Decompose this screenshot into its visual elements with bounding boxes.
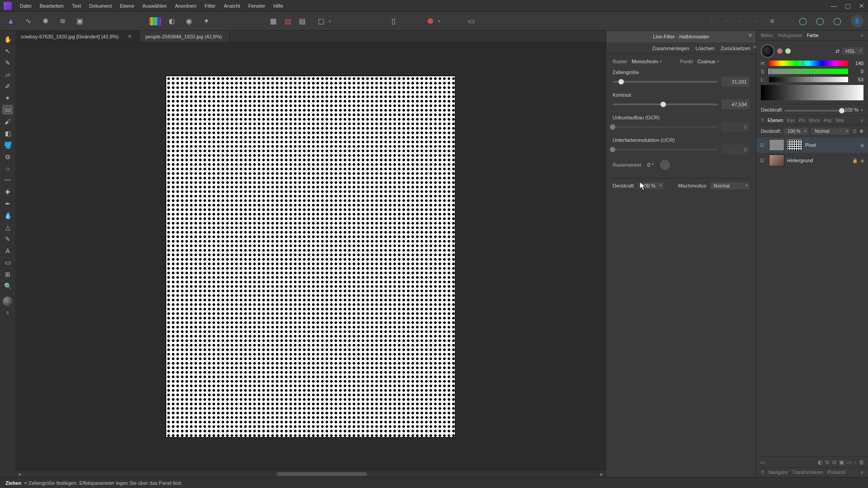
lig-value[interactable]: 53 xyxy=(851,77,863,82)
visibility-toggle-icon[interactable]: ☑ xyxy=(760,158,766,164)
window-minimize-icon[interactable]: — xyxy=(830,2,837,9)
align-icon[interactable]: ≡ xyxy=(766,15,778,28)
window-maximize-icon[interactable]: ▢ xyxy=(845,2,851,9)
recent-color-2-icon[interactable] xyxy=(785,48,791,54)
flood-select-tool-icon[interactable]: ✴ xyxy=(2,93,13,103)
tab-close-icon[interactable]: ✕ xyxy=(127,33,132,40)
smudge-tool-icon[interactable]: 〰 xyxy=(2,175,13,185)
blur-tool-icon[interactable]: 💧 xyxy=(2,211,13,221)
panel-close-icon[interactable]: ✕ xyxy=(753,44,757,50)
dropdown-caret-icon[interactable]: ▾ xyxy=(329,19,331,23)
tab-stile[interactable]: Stile xyxy=(835,118,844,123)
horizontal-scrollbar[interactable]: ◂ ▸ xyxy=(15,471,606,477)
angle-value[interactable]: 0 ° xyxy=(647,162,654,168)
fill-tool-icon[interactable]: 🪣 xyxy=(2,140,13,150)
delete-layer-icon[interactable]: 🗑 xyxy=(859,459,864,465)
tab-navigator[interactable]: Navigator xyxy=(769,470,788,475)
tab-histogramm[interactable]: Histogramm xyxy=(778,33,802,38)
kontrast-value[interactable]: 47,534 xyxy=(722,99,750,109)
panel-menu-icon[interactable]: ≡ xyxy=(861,118,863,123)
lig-slider[interactable] xyxy=(769,77,848,82)
live-filter-icon[interactable]: ⧉ xyxy=(832,459,836,465)
opacity-input[interactable]: 100 % xyxy=(638,182,664,189)
menu-dokument[interactable]: Dokument xyxy=(89,3,112,9)
color-picker-tool-icon[interactable]: ✎ xyxy=(2,58,13,68)
persona-photo-icon[interactable]: ▲ xyxy=(5,15,17,28)
preview-icon[interactable]: ▭ xyxy=(465,15,477,28)
color-swatch-icon[interactable] xyxy=(149,17,161,25)
visibility-toggle-icon[interactable]: ☑ xyxy=(760,142,766,148)
drag-handle-icon[interactable]: ⠿ xyxy=(761,118,764,123)
delete-button[interactable]: Löschen xyxy=(695,46,714,51)
tab-farbe[interactable]: Farbe xyxy=(807,33,819,38)
move-tool-icon[interactable]: ↖ xyxy=(2,46,13,56)
mask-icon[interactable]: ▣ xyxy=(839,459,844,465)
persona-develop-icon[interactable]: ✺ xyxy=(39,15,52,28)
sat-value[interactable]: 0 xyxy=(851,69,863,74)
layer-visibility-icon[interactable]: ◉ xyxy=(860,143,864,148)
punkt-dropdown[interactable]: Cosinus▾ xyxy=(698,59,720,64)
stock-2-icon[interactable]: ◯ xyxy=(814,15,826,28)
crop-icon[interactable]: ▯ xyxy=(387,15,400,28)
autowhite-icon[interactable]: ✦ xyxy=(200,15,212,28)
window-close-icon[interactable]: ✕ xyxy=(859,2,864,9)
menu-hilfe[interactable]: Hilfe xyxy=(273,3,283,9)
layer-visibility-icon[interactable]: ◉ xyxy=(860,158,864,163)
healing-tool-icon[interactable]: ✚ xyxy=(2,187,13,197)
layer-lock-icon[interactable]: ⬡ xyxy=(853,129,857,134)
layer-row-hintergrund[interactable]: ☑ Hintergrund 🔒 ◉ xyxy=(756,153,868,168)
scrollbar-thumb[interactable] xyxy=(277,472,367,476)
foreground-color-icon[interactable] xyxy=(761,44,774,58)
erase-tool-icon[interactable]: ◧ xyxy=(2,128,13,138)
deselect-icon[interactable]: ▨ xyxy=(281,15,294,28)
layer-row-pixel[interactable]: ☑ Pixel ◉ xyxy=(756,137,868,153)
drag-handle-icon[interactable]: ⠿ xyxy=(761,470,764,475)
paint-brush-tool-icon[interactable]: 🖌 xyxy=(2,117,13,127)
dialog-titlebar[interactable]: Live-Filter - Halbtonraster ✕ xyxy=(606,31,756,42)
persona-tone-icon[interactable]: ≋ xyxy=(56,15,69,28)
recent-color-1-icon[interactable] xyxy=(777,48,783,54)
dodge-tool-icon[interactable]: ○ xyxy=(2,164,13,174)
marquee-tool-icon[interactable]: ▭ xyxy=(2,105,13,115)
tab-ebenen[interactable]: Ebenen xyxy=(768,118,783,123)
layer-mask-icon[interactable]: ▭ xyxy=(760,459,765,465)
tab-stock[interactable]: Stock xyxy=(809,118,820,123)
tab-kan[interactable]: Kan xyxy=(787,118,795,123)
angle-dial-icon[interactable] xyxy=(660,160,670,170)
select-all-icon[interactable]: ▦ xyxy=(267,15,279,28)
merge-button[interactable]: Zusammenlegen xyxy=(652,46,689,51)
blend-dropdown[interactable]: Normal xyxy=(710,182,750,189)
swap-color-icon[interactable]: ⇅ xyxy=(2,308,13,318)
menu-filter[interactable]: Filter xyxy=(205,3,216,9)
tab-anp[interactable]: Anp xyxy=(824,118,832,123)
layer-lock-icon[interactable]: 🔒 xyxy=(852,158,858,163)
hue-slider[interactable] xyxy=(769,61,848,66)
dialog-close-icon[interactable]: ✕ xyxy=(748,33,752,38)
invert-sel-icon[interactable]: ▤ xyxy=(296,15,308,28)
layer-opacity-input[interactable]: 100 % xyxy=(784,128,808,135)
reset-button[interactable]: Zurücksetzen xyxy=(721,46,750,51)
dropdown-caret-icon[interactable]: ▾ xyxy=(438,19,440,23)
canvas[interactable] xyxy=(15,42,606,471)
group-icon[interactable]: ▭ xyxy=(847,459,852,465)
hue-value[interactable]: 140 xyxy=(851,61,863,66)
zellen-value[interactable]: 31,031 xyxy=(722,77,750,87)
retouch-tool-icon[interactable]: ✎ xyxy=(2,234,13,244)
color-mode-dropdown[interactable]: HSL xyxy=(842,47,863,55)
zoom-tool-icon[interactable]: 🔍 xyxy=(2,281,13,291)
mesh-tool-icon[interactable]: ⊞ xyxy=(2,269,13,279)
fx-icon[interactable]: fx xyxy=(825,459,829,465)
menu-ebene[interactable]: Ebene xyxy=(120,3,134,9)
crop-tool-icon[interactable]: ▱ xyxy=(2,70,13,80)
clone-tool-icon[interactable]: ⧉ xyxy=(2,152,13,162)
persona-export-icon[interactable]: ▣ xyxy=(73,15,86,28)
add-layer-icon[interactable]: ▫ xyxy=(854,459,856,465)
text-tool-icon[interactable]: A xyxy=(2,246,13,256)
stock-3-icon[interactable]: ◯ xyxy=(831,15,844,28)
autolevel-icon[interactable]: ◐ xyxy=(165,15,178,28)
swap-colors-icon[interactable]: ⇄ xyxy=(835,48,840,54)
layer-fx-icon[interactable]: ⚙ xyxy=(859,129,863,134)
menu-ansicht[interactable]: Ansicht xyxy=(224,3,240,9)
account-icon[interactable]: 👤 xyxy=(851,15,863,28)
panel-menu-icon[interactable]: ≡ xyxy=(861,33,863,38)
